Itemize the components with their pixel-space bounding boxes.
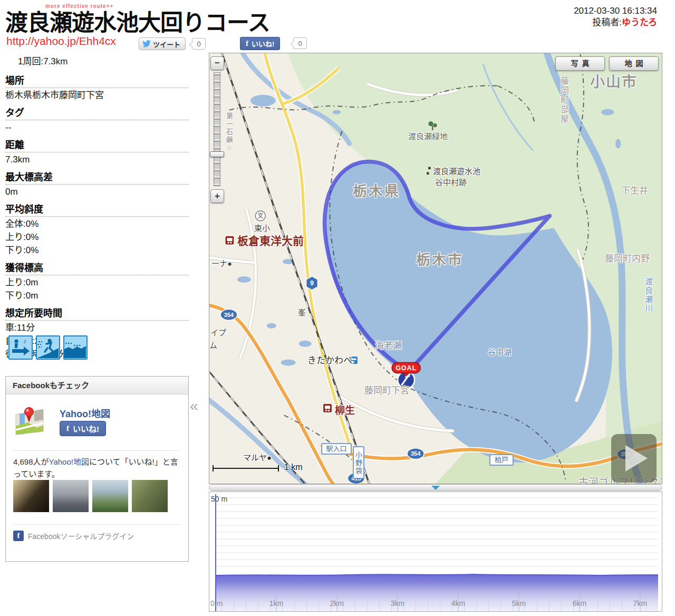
tweet-label: ツイート [153, 39, 180, 49]
facebook-like-summary: 4,698人がYahoo!地図について「いいね!」と言っています。 [13, 456, 185, 480]
stat-value: 栃木県栃木市藤岡町下宮 [5, 90, 189, 101]
facebook-friend-photos [13, 480, 168, 512]
sidebar-collapse-chevron-icon[interactable]: « [190, 398, 198, 415]
play-icon [625, 445, 648, 471]
map-layer-button[interactable]: 地図 [609, 56, 659, 71]
stat-value: 上り:0m [5, 277, 189, 288]
chart-origin-label: 0 m [210, 599, 223, 608]
photo-layer-button[interactable]: 写真 [555, 56, 605, 71]
like-button[interactable]: f いいね! [240, 37, 280, 50]
route-shield-9: 9 [306, 276, 318, 290]
yahoo-map-logo[interactable] [13, 404, 46, 437]
divider [13, 524, 181, 525]
chart-x-tick: 3km [391, 599, 404, 608]
yahoo-map-text-link[interactable]: Yahoo!地図 [49, 457, 89, 466]
route-play-button[interactable] [611, 434, 657, 483]
course-mode-icons: ♪ [8, 335, 88, 360]
map-canvas[interactable]: 文 9 354 354 354 [209, 53, 662, 484]
map-viewport[interactable]: 文 9 354 354 354 [209, 53, 662, 484]
zoom-slider-handle[interactable] [210, 151, 224, 157]
divider [13, 450, 181, 451]
svg-text:9: 9 [310, 280, 314, 287]
svg-text:♪: ♪ [23, 337, 27, 345]
facebook-plugin-box: Facebookもチェック Yahoo!地図 f いいね! 4,698人がYah… [5, 376, 189, 562]
stat-value: 下り:0% [5, 245, 189, 256]
post-meta: 2012-03-30 16:13:34 投稿者:ゆうたろ [522, 5, 657, 28]
facebook-plugin-label: Facebookソーシャルプラグイン [28, 531, 134, 541]
station-icon-yagyu [323, 403, 332, 412]
tweet-count[interactable]: 0 [192, 38, 206, 50]
short-url-link[interactable]: http://yahoo.jp/Ehh4cx [6, 35, 116, 47]
chart-x-tick: 7km [633, 599, 647, 608]
svg-text:354: 354 [224, 312, 234, 318]
poster-name[interactable]: ゆうたろ [622, 17, 657, 27]
walk-course-icon[interactable]: ♪ [8, 335, 33, 360]
facebook-box-header: Facebookもチェック [6, 377, 188, 394]
stat-heading-tags: タグ [5, 101, 189, 120]
roadside-station-icon [350, 357, 358, 364]
route-shield-415: 415 [348, 473, 364, 484]
stat-value: 上り:0% [5, 232, 189, 243]
stat-heading-location: 場所 [5, 69, 189, 88]
chart-y-max-label: 50 m [211, 495, 227, 503]
stat-value: 全体:0% [5, 218, 189, 230]
stat-value: 7.3km [5, 154, 189, 166]
zoom-in-button[interactable]: + [210, 189, 224, 203]
stat-heading-est-time: 想定所要時間 [5, 302, 189, 321]
collapse-triangle-icon [431, 486, 440, 490]
run-course-icon[interactable] [36, 335, 60, 360]
stat-heading-elev-gain: 獲得標高 [5, 256, 189, 275]
facebook-f-icon: f [66, 424, 69, 433]
svg-text:354: 354 [411, 450, 421, 457]
elevation-chart: 50 m 0 m 1km 2km 3km 4km 5km 6km 7km [209, 492, 662, 612]
avatar[interactable] [132, 480, 168, 512]
svg-text:415: 415 [351, 475, 361, 482]
svg-text:GOAL: GOAL [396, 364, 417, 372]
elevation-course-icon[interactable] [63, 335, 88, 360]
stat-heading-distance: 距離 [5, 133, 189, 152]
facebook-like-page-button[interactable]: f いいね! [60, 421, 106, 436]
stat-value: 車:11分 [5, 322, 189, 334]
map-scale-label: 1 km [284, 463, 303, 472]
stat-value: 0m [5, 186, 189, 198]
chart-x-tick: 5km [512, 599, 526, 608]
like-label: いいね! [252, 38, 274, 49]
facebook-f-icon: f [13, 531, 24, 541]
stat-value: -- [5, 122, 189, 133]
chart-collapse-bar[interactable] [209, 484, 662, 491]
school-icon: 文 [255, 211, 265, 221]
like-page-label: いいね! [73, 423, 99, 434]
zoom-out-button[interactable]: − [210, 56, 224, 70]
yahoo-map-link[interactable]: Yahoo!地図 [60, 406, 110, 420]
facebook-f-icon: f [246, 39, 248, 48]
stat-heading-avg-slope: 平均斜度 [5, 198, 189, 217]
lap-distance: 1周回:7.3km [18, 54, 189, 67]
posted-by: 投稿者:ゆうたろ [522, 17, 657, 28]
chart-x-tick: 4km [451, 599, 465, 608]
facebook-plugin-footer: f Facebookソーシャルプラグイン [13, 531, 134, 541]
avatar[interactable] [92, 480, 128, 512]
chart-x-tick: 2km [330, 599, 344, 608]
like-count[interactable]: 0 [293, 37, 307, 49]
chart-x-tick: 1km [269, 599, 283, 608]
posted-at: 2012-03-30 16:13:34 [522, 5, 657, 17]
chart-x-tick: 6km [573, 599, 586, 608]
page-title: 渡良瀬遊水池大回りコース [5, 4, 270, 37]
stat-value: 下り:0m [5, 290, 189, 302]
svg-text:文: 文 [257, 212, 263, 219]
station-icon-itakura [225, 236, 234, 245]
route-stats-panel: 1周回:7.3km 場所 栃木県栃木市藤岡町下宮 タグ -- 距離 7.3km … [5, 52, 189, 360]
twitter-bird-icon [142, 40, 151, 47]
tweet-button[interactable]: ツイート [139, 37, 186, 50]
map-scale-bar [213, 468, 279, 469]
zoom-slider-track[interactable] [214, 72, 220, 186]
avatar[interactable] [13, 480, 49, 512]
avatar[interactable] [53, 480, 89, 512]
stat-heading-max-elev-diff: 最大標高差 [5, 166, 189, 185]
